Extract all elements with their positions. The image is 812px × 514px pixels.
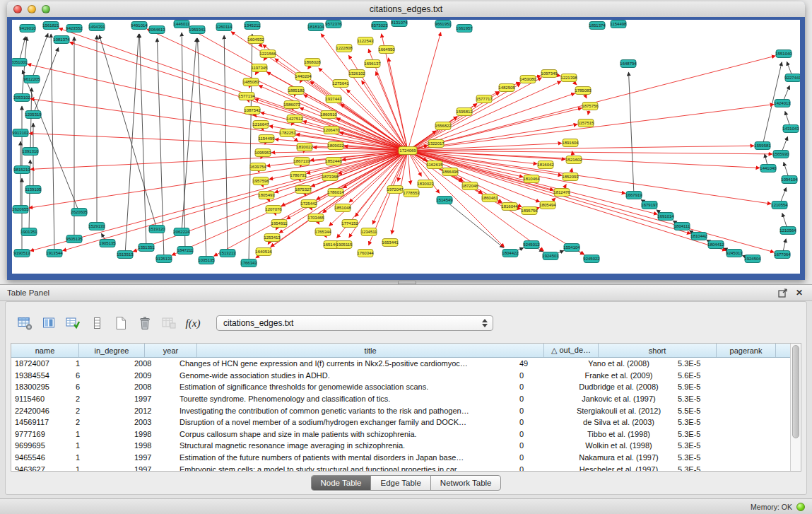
graph-node[interactable]: 1640516 (255, 248, 272, 256)
graph-node[interactable]: 1453080 (519, 76, 536, 83)
graph-node[interactable]: 1895756 (521, 207, 538, 215)
graph-node[interactable]: 2620605 (71, 209, 88, 216)
table-row[interactable]: 1938455462009Genome-wide association stu… (11, 370, 790, 382)
graph-node[interactable]: 1221398 (560, 74, 577, 82)
graph-node[interactable]: 1197345 (252, 64, 269, 72)
graph-node[interactable]: 1873368 (322, 173, 339, 181)
graph-node[interactable]: 9245013 (726, 250, 743, 257)
graph-node[interactable]: 1691014 (657, 213, 674, 221)
graph-node[interactable]: 1696137 (364, 60, 381, 68)
graph-node[interactable]: 1816042 (537, 161, 554, 169)
graph-node[interactable]: 1210554 (771, 201, 788, 209)
graph-node[interactable]: 1905135 (99, 240, 116, 247)
graph-node[interactable]: 1782251 (279, 129, 296, 137)
function-builder-icon[interactable]: f(x) (182, 313, 204, 333)
graph-node[interactable]: 1804111 (674, 223, 690, 230)
graph-node[interactable]: 1851048 (334, 204, 351, 212)
column-header-title[interactable]: title (197, 344, 544, 357)
graph-node[interactable]: 9245022 (583, 255, 600, 263)
graph-node[interactable]: 1595812 (456, 108, 473, 116)
graph-node[interactable]: 1860910 (320, 111, 337, 119)
graph-node[interactable]: 9135131 (155, 255, 172, 263)
graph-node[interactable]: 1774152 (341, 220, 358, 228)
graph-node[interactable]: 1095953 (254, 149, 271, 157)
graph-node[interactable]: 9505135 (66, 235, 83, 243)
graph-node[interactable]: 1351351 (138, 244, 155, 252)
memory-status-indicator[interactable] (796, 503, 805, 511)
graph-node[interactable]: 1875756 (582, 103, 599, 110)
graph-node[interactable]: 1760344 (357, 250, 374, 257)
scrollbar-thumb[interactable] (792, 345, 799, 438)
graph-node[interactable]: 1639754 (249, 163, 266, 171)
table-row[interactable]: 969969511998Structural magnetic resonanc… (11, 440, 790, 452)
graph-node[interactable]: 8131074 (391, 20, 408, 27)
graph-node[interactable]: 1253413 (264, 234, 281, 242)
graph-node[interactable]: 1830023 (417, 180, 434, 188)
table-row[interactable]: 977716911998Corpus callosum shape and si… (11, 428, 790, 440)
graph-node[interactable]: 1210564 (779, 227, 796, 235)
table-source-dropdown[interactable]: citations_edges.txt (216, 315, 493, 331)
graph-node[interactable]: 8573023 (371, 22, 388, 30)
graph-node[interactable]: 1087542 (244, 107, 261, 115)
graph-node[interactable]: 1852093 (562, 173, 579, 181)
column-header-out_degree[interactable]: △ out_de… (544, 344, 599, 357)
delete-table-icon[interactable] (134, 313, 155, 333)
graph-node[interactable]: 1561821 (42, 22, 59, 30)
graph-node[interactable]: 1661957 (456, 25, 473, 33)
graph-node[interactable]: 1648794 (620, 60, 637, 68)
table-row[interactable]: 1830029562008Estimation of significance … (11, 381, 790, 393)
graph-node[interactable]: 1905115 (336, 241, 353, 249)
column-insert-icon[interactable] (38, 313, 59, 333)
graph-node[interactable]: 1559581 (754, 142, 771, 150)
graph-node[interactable]: 9423552 (66, 25, 83, 33)
graph-node[interactable]: 1913544 (46, 250, 63, 257)
graph-node[interactable]: 9491014 (131, 22, 148, 30)
graph-node[interactable]: 1972047 (387, 186, 404, 194)
new-table-icon[interactable] (110, 313, 131, 333)
graph-node[interactable]: 2064613 (148, 26, 165, 34)
close-panel-icon[interactable]: ✕ (794, 287, 805, 298)
graph-node[interactable]: 1207076 (265, 206, 282, 214)
graph-node[interactable]: 1885180 (288, 87, 305, 95)
float-panel-icon[interactable] (777, 287, 788, 298)
graph-node[interactable]: 1577717 (476, 95, 493, 103)
graph-node[interactable]: 1513213 (219, 250, 236, 257)
graph-node[interactable]: 1816044 (501, 203, 518, 211)
graph-node[interactable]: 1812476 (553, 189, 570, 197)
graph-node[interactable]: 1868028 (304, 59, 321, 66)
graph-node[interactable]: 1703465 (307, 214, 324, 222)
table-row[interactable]: 1872400712008Changes of HCN gene express… (11, 358, 790, 370)
column-header-short[interactable]: short (599, 344, 717, 357)
graph-node[interactable]: 1786731 (290, 172, 307, 180)
graph-node[interactable]: 1485083 (242, 78, 259, 86)
graph-node[interactable]: 2620655 (12, 206, 29, 214)
graph-node[interactable]: 1604932 (247, 36, 264, 44)
graph-node[interactable]: 9815210 (13, 166, 30, 174)
graph-node[interactable]: 1234511 (361, 228, 378, 236)
graph-node[interactable]: 1959341 (189, 26, 206, 34)
graph-node[interactable]: 1810442 (690, 233, 707, 240)
graph-node[interactable]: 1551040 (775, 50, 792, 58)
graph-node[interactable]: 9612205 (23, 76, 40, 83)
graph-node[interactable]: 1653441 (382, 239, 399, 247)
graph-node[interactable]: 1805493 (258, 192, 275, 199)
graph-node[interactable]: 1809022 (327, 142, 344, 150)
table-row[interactable]: 946362711997Embryonic stem cells: a mode… (11, 463, 790, 471)
graph-node[interactable]: 2051001 (12, 59, 28, 66)
table-mode-icon[interactable] (14, 313, 35, 333)
graph-node[interactable]: 9190513 (13, 250, 30, 257)
graph-node[interactable]: 1875327 (295, 186, 312, 194)
graph-node[interactable]: 2062224 (173, 228, 190, 236)
graph-node[interactable]: 1804422 (502, 250, 519, 257)
tab-node-table[interactable]: Node Table (312, 476, 372, 490)
graph-node[interactable]: 1157515 (578, 119, 595, 127)
column-header-in_degree[interactable]: in_degree (79, 344, 145, 357)
graph-node[interactable]: 1097349 (541, 70, 558, 78)
graph-node[interactable]: 1162615 (427, 161, 444, 169)
graph-node[interactable]: 1529133 (88, 223, 105, 230)
table-row[interactable]: 2242004622012Investigating the contribut… (11, 404, 790, 416)
column-header-name[interactable]: name (11, 344, 79, 357)
network-graph-canvas[interactable]: 1724069160493212215661197345148508315771… (12, 20, 800, 274)
graph-node[interactable]: 1139105 (25, 186, 42, 194)
graph-node[interactable]: 9661951 (435, 21, 452, 28)
